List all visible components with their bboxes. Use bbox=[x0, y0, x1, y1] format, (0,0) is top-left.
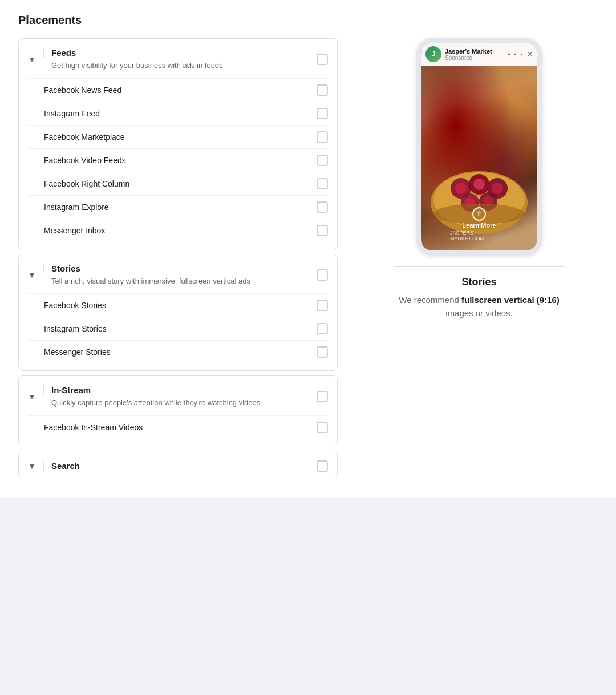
feeds-chevron-icon[interactable]: ▼ bbox=[28, 55, 36, 63]
list-item: Facebook Stories bbox=[28, 293, 328, 317]
right-panel: J Jasper's Market Sponsored ✕ bbox=[360, 38, 598, 320]
instream-title-col: In-Stream Quickly capture people's atten… bbox=[43, 385, 310, 409]
instagram-explore-label: Instagram Explore bbox=[44, 203, 109, 212]
instream-title: In-Stream bbox=[43, 385, 310, 395]
placements-panel: ▼ Feeds Get high visibility for your bus… bbox=[18, 38, 338, 484]
instream-section: ▼ In-Stream Quickly capture people's att… bbox=[18, 375, 338, 446]
list-item: Instagram Stories bbox=[28, 317, 328, 340]
list-item: Facebook Right Column bbox=[28, 172, 328, 195]
instagram-stories-checkbox[interactable] bbox=[317, 323, 328, 334]
stories-title: Stories bbox=[43, 264, 310, 273]
phone-mockup: J Jasper's Market Sponsored ✕ bbox=[416, 38, 542, 255]
search-checkbox[interactable] bbox=[317, 460, 328, 472]
facebook-instream-videos-label: Facebook In-Stream Videos bbox=[44, 423, 143, 432]
messenger-stories-label: Messenger Stories bbox=[44, 348, 111, 357]
list-item: Messenger Stories bbox=[28, 340, 328, 363]
facebook-right-column-label: Facebook Right Column bbox=[44, 179, 129, 188]
facebook-video-feeds-checkbox[interactable] bbox=[317, 155, 328, 166]
list-item: Facebook In-Stream Videos bbox=[28, 415, 328, 439]
stories-desc-prefix: We recommend bbox=[399, 295, 461, 305]
messenger-inbox-label: Messenger Inbox bbox=[44, 226, 105, 235]
instream-checkbox[interactable] bbox=[317, 391, 328, 402]
ad-dot-3 bbox=[521, 54, 522, 55]
instagram-feed-label: Instagram Feed bbox=[44, 109, 100, 118]
instream-chevron-icon[interactable]: ▼ bbox=[28, 393, 36, 401]
ad-sponsored-label: Sponsored bbox=[445, 55, 505, 61]
list-item: Instagram Explore bbox=[28, 195, 328, 219]
ad-dot-1 bbox=[508, 54, 510, 55]
phone-inner: J Jasper's Market Sponsored ✕ bbox=[421, 43, 537, 250]
ad-info: Jasper's Market Sponsored bbox=[445, 48, 505, 61]
stories-panel-description: We recommend fullscreen vertical (9:16) … bbox=[394, 294, 565, 320]
feeds-checkbox[interactable] bbox=[317, 54, 328, 65]
instagram-explore-checkbox[interactable] bbox=[317, 201, 328, 213]
cta-arrow-icon: ⇧ bbox=[472, 207, 486, 221]
ad-dot-2 bbox=[514, 54, 516, 55]
list-item: Facebook News Feed bbox=[28, 78, 328, 102]
ad-cta: ⇧ Learn More JASPERS-MARKET.COM bbox=[450, 207, 508, 241]
facebook-video-feeds-label: Facebook Video Feeds bbox=[44, 156, 126, 165]
stories-desc-bold: fullscreen vertical (9:16) bbox=[461, 295, 560, 305]
feeds-title-col: Feeds Get high visibility for your busin… bbox=[43, 48, 310, 71]
stories-checkbox[interactable] bbox=[317, 269, 328, 281]
facebook-stories-checkbox[interactable] bbox=[317, 300, 328, 311]
search-title: Search bbox=[43, 461, 310, 471]
search-chevron-icon[interactable]: ▼ bbox=[28, 462, 36, 470]
stories-description: Tell a rich, visual story with immersive… bbox=[43, 276, 310, 287]
messenger-stories-checkbox[interactable] bbox=[317, 346, 328, 358]
instagram-stories-label: Instagram Stories bbox=[44, 324, 107, 333]
instagram-feed-checkbox[interactable] bbox=[317, 108, 328, 119]
page-title: Placements bbox=[18, 14, 598, 27]
svg-point-7 bbox=[492, 183, 503, 194]
stories-title-col: Stories Tell a rich, visual story with i… bbox=[43, 264, 310, 287]
ad-actions: ✕ bbox=[508, 50, 533, 58]
list-item: Instagram Feed bbox=[28, 102, 328, 125]
feeds-description: Get high visibility for your business wi… bbox=[43, 60, 310, 71]
search-header: ▼ Search bbox=[19, 451, 337, 479]
facebook-instream-videos-checkbox[interactable] bbox=[317, 422, 328, 433]
stories-chevron-icon[interactable]: ▼ bbox=[28, 271, 36, 279]
svg-point-3 bbox=[455, 183, 467, 194]
stories-header: ▼ Stories Tell a rich, visual story with… bbox=[19, 254, 337, 294]
facebook-news-feed-checkbox[interactable] bbox=[317, 84, 328, 96]
stories-panel-title: Stories bbox=[394, 276, 565, 288]
stories-desc-suffix: images or videos. bbox=[445, 308, 513, 318]
cta-url: JASPERS-MARKET.COM bbox=[450, 230, 508, 241]
instream-description: Quickly capture people's attention while… bbox=[43, 397, 310, 409]
facebook-news-feed-label: Facebook News Feed bbox=[44, 86, 121, 95]
preview-container: J Jasper's Market Sponsored ✕ bbox=[360, 38, 598, 320]
svg-point-5 bbox=[473, 179, 485, 190]
facebook-stories-label: Facebook Stories bbox=[44, 301, 106, 310]
facebook-marketplace-label: Facebook Marketplace bbox=[44, 132, 125, 142]
messenger-inbox-checkbox[interactable] bbox=[317, 225, 328, 236]
feeds-section: ▼ Feeds Get high visibility for your bus… bbox=[18, 38, 338, 249]
instream-items: Facebook In-Stream Videos bbox=[19, 415, 337, 446]
close-icon[interactable]: ✕ bbox=[527, 50, 533, 58]
stories-info-panel: Stories We recommend fullscreen vertical… bbox=[394, 266, 565, 320]
stories-section: ▼ Stories Tell a rich, visual story with… bbox=[18, 254, 338, 371]
list-item: Messenger Inbox bbox=[28, 219, 328, 242]
instream-header: ▼ In-Stream Quickly capture people's att… bbox=[19, 376, 337, 415]
search-title-col: Search bbox=[43, 461, 310, 471]
facebook-marketplace-checkbox[interactable] bbox=[317, 131, 328, 143]
ad-business-name: Jasper's Market bbox=[445, 48, 505, 55]
search-section: ▼ Search bbox=[18, 451, 338, 479]
feeds-items: Facebook News Feed Instagram Feed Facebo… bbox=[19, 78, 337, 249]
stories-items: Facebook Stories Instagram Stories Messe… bbox=[19, 293, 337, 370]
list-item: Facebook Video Feeds bbox=[28, 148, 328, 172]
facebook-right-column-checkbox[interactable] bbox=[317, 178, 328, 189]
cta-learn-more[interactable]: Learn More bbox=[462, 222, 496, 229]
feeds-header: ▼ Feeds Get high visibility for your bus… bbox=[19, 39, 337, 78]
list-item: Facebook Marketplace bbox=[28, 125, 328, 148]
feeds-title: Feeds bbox=[43, 48, 310, 58]
ad-header: J Jasper's Market Sponsored ✕ bbox=[421, 43, 537, 66]
ad-avatar: J bbox=[425, 46, 441, 62]
